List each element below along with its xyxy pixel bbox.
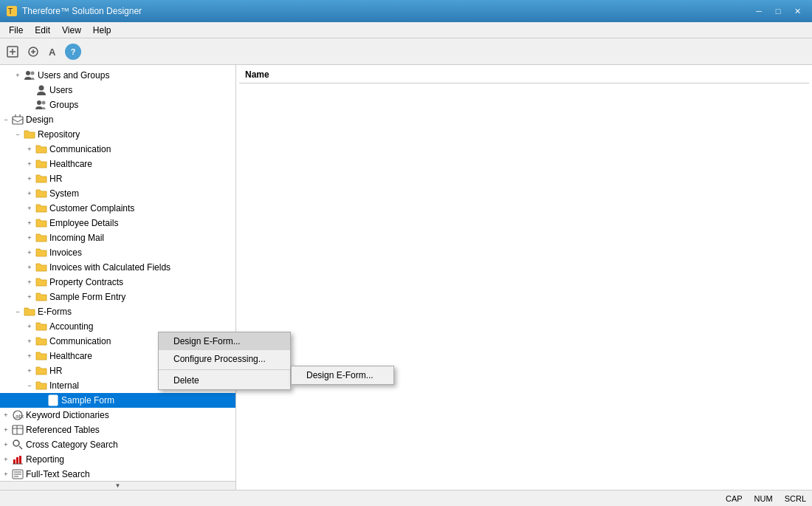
expand-customer-complaints[interactable]: + [24, 202, 35, 214]
sub-design-eform[interactable]: Design E-Form... [292, 366, 393, 384]
scroll-down-arrow[interactable]: ▼ [0, 481, 235, 490]
tree-label-users: Users [49, 85, 72, 95]
expand-reporting[interactable]: + [0, 454, 12, 465]
expand-keyword-dicts[interactable]: + [0, 409, 12, 421]
ctx-configure-processing[interactable]: Configure Processing... [159, 350, 290, 368]
expand-invoices-calc[interactable]: + [24, 261, 35, 273]
right-panel-header: Name [239, 68, 809, 83]
ctx-design-eform[interactable]: Design E-Form... [159, 332, 290, 350]
svg-point-10 [31, 72, 35, 75]
tree-item-property-contracts[interactable]: + Property Contracts [0, 275, 235, 290]
tree-container[interactable]: + Users and Groups [0, 65, 235, 481]
expand-hr[interactable]: + [24, 173, 35, 185]
tree-label-healthcare: Healthcare [49, 159, 92, 169]
status-bar: CAP NUM SCRL [0, 490, 812, 506]
toolbar-btn-2[interactable] [24, 42, 43, 61]
expand-communication[interactable]: + [24, 143, 35, 155]
tree-item-eforms[interactable]: − E-Forms [0, 304, 235, 319]
expand-internal[interactable]: − [24, 380, 35, 392]
expand-repository[interactable]: − [12, 129, 24, 140]
folder-healthcare-icon [35, 158, 47, 170]
tree-item-customer-complaints[interactable]: + Customer Complaints [0, 201, 235, 216]
group-icon [35, 99, 47, 111]
expand-accounting[interactable]: + [24, 321, 35, 332]
folder-invocalc-icon [35, 261, 47, 273]
tree-item-sample-form[interactable]: Sample Form [0, 393, 235, 408]
tree-label-fulltext: Full-Text Search [26, 469, 90, 479]
menu-view[interactable]: View [56, 24, 87, 37]
tree-item-sample-form-entry[interactable]: + Sample Form Entry [0, 290, 235, 304]
chart-icon [12, 454, 24, 465]
expand-hr2[interactable]: + [24, 365, 35, 377]
tree-label-incoming-mail: Incoming Mail [49, 233, 104, 243]
menu-help[interactable]: Help [87, 24, 117, 37]
expand-healthcare[interactable]: + [24, 158, 35, 170]
svg-point-13 [42, 101, 46, 105]
tree-item-hr[interactable]: + HR [0, 171, 235, 186]
tree-item-reporting[interactable]: + Reporting [0, 452, 235, 467]
tree-label-property-contracts: Property Contracts [49, 277, 123, 287]
svg-rect-23 [13, 425, 23, 434]
ctx-delete-label: Delete [173, 375, 199, 386]
expand-design[interactable]: − [0, 114, 12, 126]
ctx-delete[interactable]: Delete [159, 372, 290, 389]
expand-incoming-mail[interactable]: + [24, 232, 35, 244]
tree-label-system: System [49, 188, 79, 199]
context-menu: Design E-Form... Configure Processing...… [158, 332, 291, 390]
tree-item-users[interactable]: Users [0, 83, 235, 98]
tree-item-repository[interactable]: − Repository [0, 127, 235, 142]
close-button[interactable]: ✕ [788, 4, 806, 18]
tree-item-design[interactable]: − Design [0, 112, 235, 127]
tree-item-keyword-dicts[interactable]: + abc Keyword Dictionaries [0, 408, 235, 423]
toolbar-btn-1[interactable] [3, 42, 22, 61]
expand-communication2[interactable]: + [24, 335, 35, 347]
svg-rect-14 [13, 117, 23, 124]
folder-cc-icon [35, 202, 47, 214]
tree-item-invoices[interactable]: + Invoices [0, 245, 235, 260]
tree-item-referenced-tables[interactable]: + Referenced Tables [0, 423, 235, 437]
folder-comm2-icon [35, 335, 47, 347]
expand-invoices[interactable]: + [24, 247, 35, 259]
minimize-button[interactable]: ─ [750, 4, 768, 18]
tree-item-invoices-calc[interactable]: + Invoices with Calculated Fields [0, 260, 235, 275]
tree-item-incoming-mail[interactable]: + Incoming Mail [0, 230, 235, 245]
expand-fulltext[interactable]: + [0, 468, 12, 480]
menu-file[interactable]: File [3, 24, 29, 37]
tree-item-communication[interactable]: + Communication [0, 142, 235, 157]
expand-eforms[interactable]: − [12, 306, 24, 318]
expand-system[interactable]: + [24, 188, 35, 199]
toolbar-help[interactable]: ? [65, 44, 81, 60]
toolbar-btn-3[interactable]: A [44, 42, 63, 61]
svg-text:abc: abc [16, 413, 24, 420]
expand-sample-form-entry[interactable]: + [24, 291, 35, 303]
expand-employee-details[interactable]: + [24, 217, 35, 229]
folder-hr2-icon [35, 365, 47, 377]
tree-item-groups[interactable]: Groups [0, 98, 235, 112]
expand-property-contracts[interactable]: + [24, 276, 35, 288]
tree-item-system[interactable]: + System [0, 186, 235, 201]
folder-system-icon [35, 188, 47, 199]
users-groups-icon [24, 69, 35, 81]
folder-internal-icon [35, 380, 47, 392]
tree-label-users-groups: Users and Groups [38, 70, 109, 81]
folder-hr-icon [35, 173, 47, 185]
tree-label-invoices: Invoices [49, 247, 82, 258]
expand-cross-category[interactable]: + [0, 439, 12, 451]
tree-item-fulltext[interactable]: + Full-Text Search [0, 467, 235, 481]
app-icon: T [6, 5, 18, 17]
tree-item-employee-details[interactable]: + Employee Details [0, 216, 235, 230]
tree-label-accounting: Accounting [49, 321, 93, 332]
svg-point-9 [26, 71, 30, 75]
table-icon [12, 424, 24, 436]
tree-item-cross-category[interactable]: + Cross Category Search [0, 437, 235, 452]
tree-item-healthcare[interactable]: + Healthcare [0, 157, 235, 171]
expand-referenced-tables[interactable]: + [0, 424, 12, 436]
svg-rect-30 [19, 456, 21, 464]
expand-users-groups[interactable]: + [12, 69, 24, 81]
design-icon [12, 114, 24, 126]
tree-item-users-groups[interactable]: + Users and Groups [0, 68, 235, 83]
menu-edit[interactable]: Edit [29, 24, 56, 37]
maximize-button[interactable]: □ [769, 4, 787, 18]
expand-healthcare2[interactable]: + [24, 350, 35, 362]
status-cap: CAP [726, 494, 743, 503]
